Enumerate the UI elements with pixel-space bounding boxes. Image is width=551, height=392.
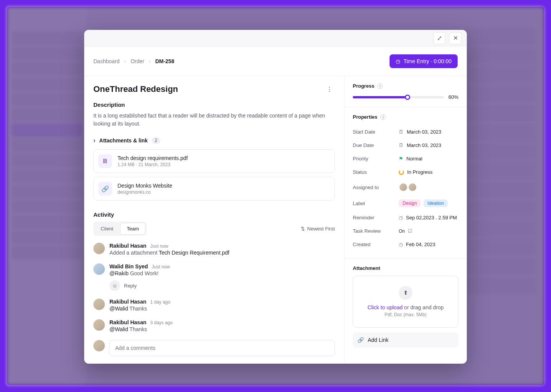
upload-dropzone[interactable]: ⬆ Click to upload or drag and drop Pdf, … <box>353 276 458 328</box>
prop-assigned[interactable]: Assigned to <box>353 179 458 196</box>
prop-due-date[interactable]: Due Date 🗓March 03, 2023 <box>353 139 458 152</box>
avatar <box>408 183 417 192</box>
time-entry-button[interactable]: ◷ Time Entry · 0:00:00 <box>390 54 458 68</box>
attachments-toggle[interactable]: › Attachments & link 2 <box>93 137 335 144</box>
avatar <box>93 243 105 254</box>
activity-item: Walid Bin Syed Just now @Rakib Good Work… <box>93 263 335 291</box>
info-icon[interactable]: i <box>377 83 383 89</box>
calendar-icon: 🗓 <box>399 142 404 148</box>
info-icon[interactable]: i <box>380 114 386 120</box>
side-column: Progress i 60% Properties i <box>344 76 467 364</box>
activity-label: Activity <box>93 211 335 218</box>
clock-icon: ◷ <box>399 242 403 247</box>
description-text: It is a long established fact that a rea… <box>93 112 335 128</box>
clock-icon: ◷ <box>399 215 403 220</box>
emoji-button[interactable]: ☺ <box>109 280 120 291</box>
chevron-right-icon: › <box>149 58 151 64</box>
progress-slider[interactable] <box>353 96 444 98</box>
link-icon: 🔗 <box>98 182 112 196</box>
label-tag-ideation: Ideation <box>424 199 448 207</box>
prop-reminder[interactable]: Reminder ◷Sep 02,2023 . 2.59 PM <box>353 211 458 224</box>
upload-icon: ⬆ <box>403 289 408 296</box>
clock-icon: ◷ <box>396 58 400 64</box>
close-button[interactable]: ✕ <box>449 32 461 44</box>
avatar <box>93 340 105 351</box>
flag-icon: ⚑ <box>399 156 403 162</box>
avatar <box>93 319 105 331</box>
attachment-file[interactable]: 🗎 Tech design requirements.pdf 1.24 MB ·… <box>93 149 335 173</box>
attachment-link[interactable]: 🔗 Design Monks Website designmonks.co <box>93 177 335 201</box>
activity-item: Rakibul Hasan 1 day ago @Walid Thanks <box>93 299 335 312</box>
file-icon: 🗎 <box>98 154 112 168</box>
prop-priority[interactable]: Priority ⚑Normal <box>353 152 458 165</box>
task-modal: ⤢ ✕ Dashboard › Order › DM-258 ◷ Time En… <box>84 30 467 364</box>
tab-team[interactable]: Team <box>120 223 145 235</box>
properties-label: Properties <box>353 114 377 120</box>
add-link-button[interactable]: 🔗 Add Link <box>353 332 458 348</box>
modal-overlay: ⤢ ✕ Dashboard › Order › DM-258 ◷ Time En… <box>7 7 544 385</box>
attachments-count: 2 <box>152 137 160 144</box>
more-menu-button[interactable]: ⋮ <box>324 84 335 95</box>
attachment-panel-label: Attachment <box>353 265 380 271</box>
link-icon: 🔗 <box>357 337 364 343</box>
prop-label[interactable]: Label Design Ideation <box>353 196 458 211</box>
progress-value: 60% <box>448 94 458 100</box>
reply-button[interactable]: Reply <box>124 283 137 289</box>
activity-item: Rakibul Hasan Just now Added a attachmen… <box>93 243 335 256</box>
dots-vertical-icon: ⋮ <box>326 86 333 93</box>
avatar <box>93 299 105 310</box>
expand-icon: ⤢ <box>437 34 442 42</box>
activity-item: Rakibul Hasan 3 days ago @Walid Thanks <box>93 319 335 332</box>
modal-header: Dashboard › Order › DM-258 ◷ Time Entry … <box>84 47 467 76</box>
calendar-icon: 🗓 <box>399 129 404 135</box>
prop-created: Created ◷Feb 04, 2023 <box>353 238 458 251</box>
breadcrumb: Dashboard › Order › DM-258 <box>93 58 174 64</box>
sort-icon: ⇅ <box>301 226 305 232</box>
avatar <box>93 263 105 275</box>
activity-sort-button[interactable]: ⇅ Newest First <box>301 226 335 232</box>
main-column: OneThread Redesign ⋮ Description It is a… <box>84 76 344 364</box>
activity-tabs: Client Team <box>93 222 147 236</box>
avatar <box>399 183 408 192</box>
label-tag-design: Design <box>399 199 421 207</box>
progress-label: Progress <box>353 83 374 89</box>
task-title: OneThread Redesign <box>93 84 178 94</box>
modal-topbar: ⤢ ✕ <box>84 30 467 47</box>
description-label: Description <box>93 101 335 108</box>
status-icon <box>399 170 404 175</box>
chevron-right-icon: › <box>124 58 126 64</box>
prop-status[interactable]: Status In Progress <box>353 165 458 179</box>
crumb-current: DM-258 <box>155 58 174 64</box>
check-icon: ☑ <box>408 228 412 234</box>
expand-button[interactable]: ⤢ <box>433 32 445 44</box>
chevron-right-icon: › <box>93 137 95 144</box>
crumb-mid[interactable]: Order <box>130 58 144 64</box>
tab-client[interactable]: Client <box>95 223 119 235</box>
close-icon: ✕ <box>453 34 458 42</box>
prop-task-review[interactable]: Task Review On☑ <box>353 224 458 238</box>
prop-start-date[interactable]: Start Date 🗓March 03, 2023 <box>353 125 458 139</box>
comment-input[interactable] <box>109 340 335 356</box>
crumb-root[interactable]: Dashboard <box>93 58 120 64</box>
